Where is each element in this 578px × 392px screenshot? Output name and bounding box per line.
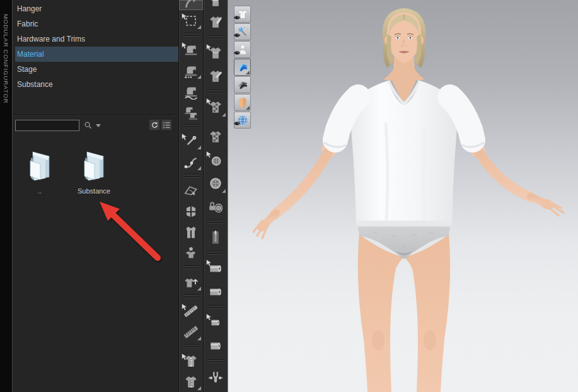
sidebar-item-hardware-and-trims[interactable]: Hardware and Trims bbox=[13, 32, 178, 47]
tool-texture[interactable] bbox=[204, 125, 228, 148]
tool-garment-ruler[interactable] bbox=[179, 371, 203, 392]
tool-transform-pattern[interactable] bbox=[179, 0, 203, 10]
avatar-garment-icon bbox=[183, 245, 199, 262]
tool-button-edit[interactable] bbox=[204, 148, 228, 171]
module-tab-strip[interactable]: MODULAR CONFIGURATOR bbox=[0, 0, 12, 392]
module-tab-label: MODULAR CONFIGURATOR bbox=[3, 14, 9, 103]
tool-tape-measure[interactable] bbox=[179, 301, 203, 321]
toolbar-separator bbox=[204, 249, 228, 257]
toolbar-separator bbox=[204, 218, 228, 226]
tool-fabric-strip[interactable] bbox=[204, 334, 228, 357]
toolbar-separator bbox=[179, 172, 203, 180]
button-icon bbox=[207, 175, 224, 192]
tool-arrange-pieces[interactable] bbox=[179, 201, 203, 222]
avatar-skin-view-icon bbox=[236, 96, 250, 110]
sidebar-item-substance[interactable]: Substance bbox=[13, 77, 178, 92]
tool-segment-sewing[interactable] bbox=[179, 39, 203, 60]
sidebar-item-fabric[interactable]: Fabric bbox=[13, 16, 178, 32]
view-toggle-show-pin[interactable] bbox=[234, 23, 251, 40]
transform-pattern-icon bbox=[183, 0, 199, 9]
tool-fabric-roll[interactable] bbox=[204, 280, 228, 303]
free-sewing-icon bbox=[183, 62, 199, 79]
toolbar-separator bbox=[204, 357, 228, 365]
tool-button[interactable] bbox=[204, 171, 228, 195]
configurator-panel: HangerFabricHardware and TrimsMaterialSt… bbox=[12, 0, 178, 392]
tool-pin[interactable] bbox=[179, 130, 203, 151]
view-toggle-show-environment[interactable] bbox=[234, 112, 251, 129]
toolbar-separator bbox=[179, 342, 203, 350]
eye-icon bbox=[233, 118, 241, 130]
tool-pleat[interactable] bbox=[204, 365, 228, 388]
library-search-input[interactable] bbox=[15, 120, 79, 131]
fabric-strip-icon bbox=[207, 338, 224, 354]
viewport-3d[interactable] bbox=[228, 0, 578, 392]
view-toggle-fabric-view-dark[interactable] bbox=[234, 76, 251, 93]
folder-substance[interactable]: Substance bbox=[67, 147, 121, 195]
fabric-roll-icon bbox=[207, 284, 224, 300]
segment-sewing-icon bbox=[183, 42, 199, 58]
tool-avatar-garment[interactable] bbox=[179, 243, 203, 263]
pattern-outline-icon bbox=[183, 274, 199, 291]
tool-garment-tape[interactable] bbox=[179, 350, 203, 371]
tool-mn-sewing[interactable] bbox=[179, 101, 203, 122]
garment-cut-icon bbox=[207, 68, 224, 84]
zipper-icon bbox=[207, 229, 224, 246]
tool-zipper[interactable] bbox=[204, 226, 228, 249]
tool-garment-cut[interactable] bbox=[204, 64, 228, 88]
tool-fabric-roll-edit[interactable] bbox=[204, 257, 228, 280]
tool-garment-curve[interactable] bbox=[204, 0, 228, 10]
tool-fold-arrangement[interactable] bbox=[179, 180, 203, 201]
sidebar-menu: HangerFabricHardware and TrimsMaterialSt… bbox=[13, 0, 178, 92]
view-toggle-show-avatar[interactable] bbox=[234, 41, 251, 58]
tool-buttonhole-lock[interactable] bbox=[204, 195, 228, 218]
application-window: MODULAR CONFIGURATOR HangerFabricHardwar… bbox=[0, 0, 578, 392]
tool-curve-sewing[interactable] bbox=[179, 81, 203, 101]
tool-ruler[interactable] bbox=[179, 321, 203, 342]
view-toggle-fabric-view-blue[interactable] bbox=[234, 59, 251, 76]
button-edit-icon bbox=[207, 152, 224, 168]
toolbar-2d bbox=[178, 0, 203, 392]
fabric-strip-edit-icon bbox=[207, 314, 224, 331]
arrange-pieces-icon bbox=[183, 204, 199, 220]
pleat-icon bbox=[207, 369, 224, 385]
library-browser: ..Substance bbox=[13, 115, 178, 392]
tool-3d-pen[interactable] bbox=[179, 151, 203, 172]
tool-garment-select[interactable] bbox=[204, 41, 228, 64]
toolbar-spacer bbox=[204, 118, 228, 125]
garment-pen-icon bbox=[207, 14, 224, 30]
toolbar-3d bbox=[203, 0, 228, 392]
search-filter-caret-icon[interactable] bbox=[96, 124, 101, 127]
toolbar-separator bbox=[204, 33, 228, 41]
sidebar-item-stage[interactable]: Stage bbox=[13, 62, 178, 77]
list-view-button[interactable] bbox=[161, 119, 172, 130]
search-icon bbox=[83, 120, 93, 130]
garment-curve-icon bbox=[207, 0, 224, 9]
view-toggle-avatar-skin-view[interactable] bbox=[234, 94, 251, 111]
folder-parent[interactable]: .. bbox=[19, 147, 61, 195]
tool-rectangle-select[interactable] bbox=[179, 10, 203, 31]
sidebar-item-hanger[interactable]: Hanger bbox=[13, 1, 178, 16]
pin-icon bbox=[183, 133, 199, 149]
view-toggle-show-garment[interactable] bbox=[234, 6, 251, 23]
tool-pattern-outline[interactable] bbox=[179, 272, 203, 292]
folder-label: .. bbox=[19, 187, 61, 195]
eye-icon bbox=[233, 48, 241, 59]
garment-ruler-icon bbox=[183, 374, 199, 390]
tool-vest[interactable] bbox=[179, 222, 203, 243]
eye-icon bbox=[233, 13, 241, 24]
refresh-button[interactable] bbox=[149, 119, 160, 130]
buttonhole-lock-icon bbox=[207, 199, 224, 215]
rectangle-select-icon bbox=[183, 13, 199, 29]
mn-sewing-icon bbox=[183, 104, 199, 120]
tool-free-sewing[interactable] bbox=[179, 60, 203, 81]
sidebar-item-material[interactable]: Material bbox=[15, 47, 178, 62]
toolbar-separator bbox=[204, 88, 228, 95]
garment-tape-icon bbox=[183, 353, 199, 369]
tool-texture-edit[interactable] bbox=[204, 95, 228, 118]
tool-fabric-strip-edit[interactable] bbox=[204, 311, 228, 334]
ruler-icon bbox=[183, 324, 199, 340]
refresh-icon bbox=[150, 120, 159, 130]
tool-garment-pen[interactable] bbox=[204, 10, 228, 33]
eye-icon bbox=[233, 30, 241, 42]
toolbar-separator bbox=[204, 303, 228, 311]
